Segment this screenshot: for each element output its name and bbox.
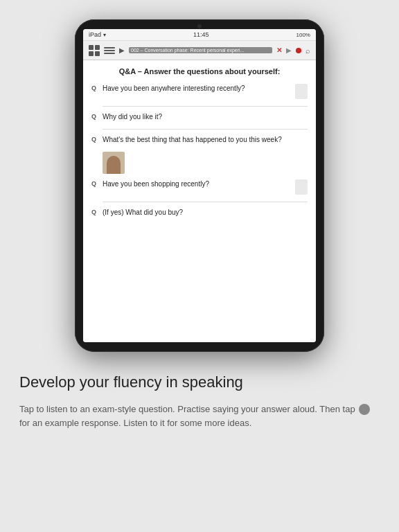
device-wrapper: iPad ▾ 11:45 100% ▶ 002 – Conversation p… xyxy=(75,0,324,352)
main-heading: Develop your fluency in speaking xyxy=(19,373,380,393)
qa-item-4[interactable]: Q Have you been shopping recently? xyxy=(91,179,308,195)
ipad-label: iPad xyxy=(89,31,101,38)
qa-item-5[interactable]: Q (If yes) What did you buy? xyxy=(91,208,308,218)
qa-item-2[interactable]: Q Why did you like it? xyxy=(91,112,308,122)
person-figure xyxy=(107,156,121,174)
qa-text-1: Have you been anywhere interesting recen… xyxy=(103,84,291,94)
track-label: 002 – Conversation phase: Recent persona… xyxy=(129,47,272,53)
main-description: Tap to listen to an exam-style question.… xyxy=(19,402,380,432)
qa-letter-1: Q xyxy=(91,85,98,91)
forward-button[interactable]: ▶ xyxy=(286,46,292,54)
divider-4 xyxy=(103,202,308,202)
bottom-section: Develop your fluency in speaking Tap to … xyxy=(0,352,399,447)
divider-2 xyxy=(103,129,308,130)
close-button[interactable]: ✕ xyxy=(276,46,282,54)
qa-text-4: Have you been shopping recently? xyxy=(103,179,291,189)
search-button[interactable]: ⌕ xyxy=(305,46,310,55)
qa-text-5: (If yes) What did you buy? xyxy=(103,208,308,218)
qa-content: Q&A – Answer the questions about yoursel… xyxy=(83,60,316,342)
device-screen: iPad ▾ 11:45 100% ▶ 002 – Conversation p… xyxy=(83,29,316,342)
description-text-part1: Tap to listen to an exam-style question.… xyxy=(19,404,355,414)
description-text-part2: for an example response. Listen to it fo… xyxy=(19,418,251,428)
qa-letter-2: Q xyxy=(91,113,98,120)
toolbar: ▶ 002 – Conversation phase: Recent perso… xyxy=(83,41,316,60)
wifi-icon: ▾ xyxy=(103,32,106,38)
audio-card-icon-4[interactable] xyxy=(295,179,308,195)
qa-letter-4: Q xyxy=(91,180,98,187)
record-button[interactable] xyxy=(296,48,301,53)
battery-indicator: 100% xyxy=(296,32,310,38)
qa-section-header: Q&A – Answer the questions about yoursel… xyxy=(91,67,308,76)
qa-letter-5: Q xyxy=(91,209,98,215)
status-left: iPad ▾ xyxy=(89,31,106,38)
device-camera xyxy=(197,24,202,28)
qa-item-3[interactable]: Q What's the best thing that has happene… xyxy=(91,135,308,145)
tablet-device: iPad ▾ 11:45 100% ▶ 002 – Conversation p… xyxy=(75,19,324,352)
list-view-icon[interactable] xyxy=(104,47,115,54)
qa-text-3: What's the best thing that has happened … xyxy=(103,135,308,145)
example-response-icon xyxy=(359,404,370,415)
audio-card-icon-1[interactable] xyxy=(295,84,308,99)
status-bar: iPad ▾ 11:45 100% xyxy=(83,29,316,41)
grid-view-icon[interactable] xyxy=(89,45,100,56)
qa-text-2: Why did you like it? xyxy=(103,112,308,122)
person-image xyxy=(103,152,125,174)
divider-1 xyxy=(103,106,308,107)
status-time: 11:45 xyxy=(193,31,209,38)
play-button[interactable]: ▶ xyxy=(119,46,125,54)
qa-letter-3: Q xyxy=(91,136,98,143)
qa-item-1[interactable]: Q Have you been anywhere interesting rec… xyxy=(91,84,308,99)
